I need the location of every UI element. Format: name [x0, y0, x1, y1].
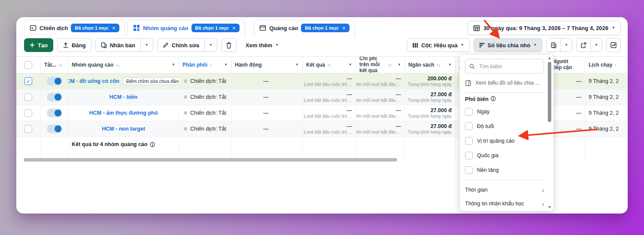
chevron-right-icon: ›: [542, 200, 544, 208]
publish-button[interactable]: Đăng: [57, 38, 91, 52]
adset-toggle[interactable]: [47, 125, 62, 133]
tab-adsets[interactable]: Nhóm quảng cáo Đã chọn 1 mục ✕: [128, 20, 245, 37]
chevron-down-icon[interactable]: ▼: [172, 63, 175, 67]
selected-count-badge[interactable]: Đã chọn 1 mục ✕: [71, 24, 119, 32]
reach-value: —: [576, 78, 582, 84]
row-checkbox[interactable]: [24, 93, 32, 101]
breakdown-option-country[interactable]: Quốc gia: [465, 148, 544, 163]
sort-icon[interactable]: ↑↓: [327, 63, 331, 67]
checkbox[interactable]: [465, 137, 473, 145]
create-button[interactable]: Tạo: [24, 38, 53, 52]
info-icon[interactable]: ⓘ: [150, 141, 155, 149]
column-header-name[interactable]: Nhóm quảng cáo ↑↓ ▼: [68, 57, 179, 73]
delivery-status: Chiến dịch: Tắt: [190, 126, 226, 132]
option-label: Vị trí quảng cáo: [477, 138, 515, 144]
row-checkbox[interactable]: [24, 125, 32, 133]
chevron-down-icon[interactable]: ▼: [349, 63, 352, 67]
breakdown-option-platform[interactable]: Nền tảng: [465, 163, 544, 177]
column-header-delivery[interactable]: Phân phối ↑ ▼: [179, 57, 231, 73]
submenu-demographics[interactable]: Thông tin nhân khẩu học ›: [465, 197, 544, 211]
adset-toggle[interactable]: [47, 109, 62, 117]
export-button[interactable]: [577, 39, 590, 52]
cost-sub: Trên mỗi lượt bắt đầu ...: [355, 98, 401, 103]
delivery-status-dot: [184, 79, 187, 83]
column-header-reach[interactable]: Người tiếp cận: [549, 57, 585, 73]
checkbox[interactable]: [465, 166, 473, 174]
breakdown-search[interactable]: [465, 59, 544, 73]
delete-button[interactable]: [221, 38, 237, 52]
selected-count-badge[interactable]: Đã chọn 1 mục ✕: [301, 24, 349, 32]
tab-label: Chiến dịch: [39, 25, 68, 31]
edit-menu-button[interactable]: ▼: [204, 39, 217, 52]
horizontal-scrollbar[interactable]: [24, 158, 397, 162]
edit-button[interactable]: Chỉnh sửa: [158, 39, 204, 52]
adset-name-link[interactable]: HCM - biển: [109, 94, 137, 100]
scroll-up-icon[interactable]: ▲: [548, 56, 552, 60]
export-menu-button[interactable]: ▼: [590, 39, 602, 52]
sort-asc-icon[interactable]: ↑: [614, 63, 616, 67]
column-header-budget[interactable]: Ngân sách ↑↓ ▼: [404, 57, 455, 73]
column-header-schedule[interactable]: Lịch chạy ↑: [585, 57, 628, 73]
column-header-results[interactable]: Kết quả ↑↓ ▼: [302, 57, 355, 73]
scrollbar-thumb[interactable]: [548, 62, 551, 122]
adset-name-link[interactable]: HCM - đồ uống có cồn: [68, 78, 119, 84]
columns-button[interactable]: Cột: Hiệu quả ▼: [407, 38, 469, 52]
breakdown-option-age[interactable]: Độ tuổi: [465, 119, 544, 134]
checkbox[interactable]: [465, 108, 473, 116]
chevron-down-icon[interactable]: ▼: [448, 63, 452, 67]
chevron-down-icon[interactable]: ▼: [398, 63, 401, 67]
submenu-label: Thời gian: [465, 187, 488, 193]
sort-icon[interactable]: ↑↓: [437, 63, 440, 67]
reports-button[interactable]: [547, 39, 560, 52]
row-checkbox[interactable]: ✓: [24, 77, 32, 85]
checkbox[interactable]: [465, 152, 473, 159]
date-range-button[interactable]: 30 ngày qua: 9 Tháng 3, 2026 – 7 Tháng 4…: [468, 21, 621, 35]
checkbox[interactable]: [465, 122, 473, 130]
menu-divider: [465, 92, 544, 93]
search-input[interactable]: [478, 63, 532, 70]
column-header-cost[interactable]: Chi phí trên mỗi kết quả ↑↓ ▼: [355, 57, 404, 73]
sort-icon[interactable]: ↑↓: [115, 63, 119, 67]
row-checkbox[interactable]: [24, 109, 32, 117]
selected-count-badge[interactable]: Đã chọn 1 mục ✕: [191, 24, 240, 32]
chevron-down-icon[interactable]: ▼: [295, 63, 299, 67]
adset-name-link[interactable]: HCM - non target: [102, 126, 145, 132]
column-header-action[interactable]: Hành động ▼: [231, 57, 302, 73]
option-label: Ngày: [477, 109, 489, 115]
submenu-time[interactable]: Thời gian ›: [465, 183, 544, 197]
adset-toggle[interactable]: [47, 93, 62, 101]
badge-text: Đã chọn 1 mục: [75, 25, 108, 31]
action-value: —: [235, 110, 299, 116]
adset-name-link[interactable]: HCM - ẩm thực đường phố: [89, 110, 158, 116]
panel-scrollbar[interactable]: ▲ ▼: [547, 56, 552, 209]
tab-label: Nhóm quảng cáo: [143, 25, 188, 31]
breakdown-option-placement[interactable]: Vị trí quảng cáo: [465, 134, 544, 148]
select-all-checkbox[interactable]: [24, 61, 32, 69]
delivery-status-dot: [184, 127, 187, 131]
sort-asc-icon[interactable]: ↑: [210, 63, 211, 67]
view-breakdown-chart-item[interactable]: Xem biểu đồ số liệu chia ...: [465, 76, 544, 90]
breakdown-option-day[interactable]: Ngày: [465, 104, 544, 119]
column-header-toggle[interactable]: Tắt... ↑↓: [40, 57, 68, 73]
breakdown-icon: [479, 43, 485, 48]
charts-button[interactable]: [606, 38, 621, 52]
action-value: —: [235, 94, 299, 100]
chevron-down-icon[interactable]: ▼: [224, 63, 228, 67]
adset-toggle[interactable]: [47, 77, 62, 85]
close-icon[interactable]: ✕: [112, 26, 115, 31]
close-icon[interactable]: ✕: [342, 26, 346, 31]
info-icon[interactable]: ⓘ: [491, 95, 496, 103]
tab-ads[interactable]: Quảng cáo Đã chọn 1 mục ✕: [254, 20, 355, 37]
close-icon[interactable]: ✕: [232, 26, 236, 31]
duplicate-button[interactable]: Nhân bản: [96, 39, 140, 52]
reports-menu-button[interactable]: ▼: [560, 39, 572, 52]
breakdown-button[interactable]: Số liệu chia nhỏ ▼: [474, 38, 543, 52]
more-button[interactable]: Xem thêm ▼: [240, 38, 284, 52]
schedule-value: 9 Tháng 2, 2: [589, 110, 624, 116]
sort-icon[interactable]: ↑↓: [58, 63, 62, 67]
sort-icon[interactable]: ↑↓: [388, 63, 392, 67]
scroll-down-icon[interactable]: ▼: [548, 205, 552, 209]
tab-campaigns[interactable]: Chiến dịch Đã chọn 1 mục ✕: [24, 20, 125, 37]
header-label: Kết quả: [306, 62, 325, 68]
duplicate-menu-button[interactable]: ▼: [140, 39, 153, 52]
